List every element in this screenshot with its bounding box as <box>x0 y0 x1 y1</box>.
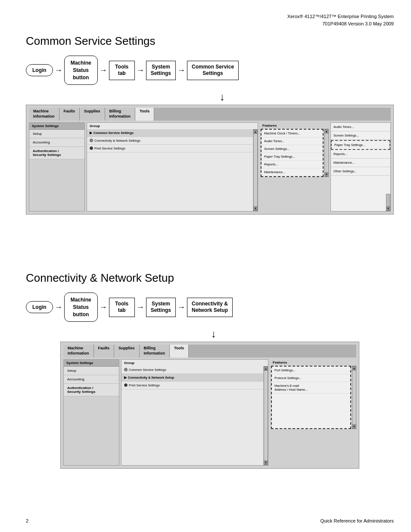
flow-arrow-2c: → <box>137 303 144 312</box>
feature-screen-1[interactable]: Screen Settings... <box>262 145 323 153</box>
section-connectivity: Connectivity & Network Setup Login → Mac… <box>26 271 394 469</box>
feat-scroll-down-1[interactable]: ▼ <box>324 172 329 177</box>
flow-login-1: Login <box>26 64 53 76</box>
feature-email-2[interactable]: Machine's E-mailAddress / Host Name... <box>272 382 350 394</box>
scroll-track-1 <box>254 134 257 206</box>
page-header: Xerox® 4112™/4127™ Enterprise Printing S… <box>287 13 394 27</box>
right-item-reports-1[interactable]: Reports... <box>331 150 390 159</box>
feature-reports-1[interactable]: Reports... <box>262 161 323 168</box>
screen-content-2: System Settings Setup Accounting Authent… <box>63 359 356 466</box>
tab-supplies-2[interactable]: Supplies <box>114 345 140 357</box>
circle-icon-1a <box>90 139 93 142</box>
right-item-other-1[interactable]: Other Settings... <box>331 167 390 176</box>
scroll-up-2[interactable]: ▲ <box>264 367 268 371</box>
scroll-down-1[interactable]: ▼ <box>253 206 258 211</box>
feature-maint-1[interactable]: Maintenance... <box>262 168 323 176</box>
tab-billing-2[interactable]: BillingInformation <box>140 345 170 357</box>
screen-mockup-2: MachineInformation Faults Supplies Billi… <box>60 342 359 468</box>
tab-machine-info-1[interactable]: MachineInformation <box>29 108 59 120</box>
flow-machine-status-2: Machine Status button <box>64 292 98 322</box>
tab-faults-1[interactable]: Faults <box>59 108 80 120</box>
group-header-2: Group <box>121 360 268 366</box>
flow-tools-tab-2: Toolstab <box>109 298 135 317</box>
group-item-conn-1[interactable]: Connectivity & Network Settings <box>87 137 253 145</box>
flow-diagram-2: Login → Machine Status button → Toolstab… <box>26 292 394 322</box>
tab-machine-info-2[interactable]: MachineInformation <box>63 345 94 357</box>
left-panel-2: System Settings Setup Accounting Authent… <box>63 359 119 466</box>
right-scroll-down-1[interactable]: ▼ <box>386 206 390 211</box>
right-item-audio-1[interactable]: Audio Tones... <box>331 123 390 131</box>
screen-tabs-2: MachineInformation Faults Supplies Billi… <box>63 345 356 357</box>
left-menu-accounting-1[interactable]: Accounting <box>29 138 84 147</box>
flow-tools-tab-1: Toolstab <box>109 61 135 80</box>
group-item-css-2[interactable]: Common Service Settings <box>121 366 263 374</box>
group-list-2: Common Service Settings ▶ Connectivity &… <box>121 366 264 465</box>
left-menu-setup-1[interactable]: Setup <box>29 130 84 138</box>
section-common-service: Common Service Settings Login → Machine … <box>26 34 394 215</box>
scrollbar-right-1[interactable]: ▼ <box>386 194 390 211</box>
group-item-css-1[interactable]: ▶ Common Service Settings <box>87 129 253 137</box>
section1-title: Common Service Settings <box>26 34 394 48</box>
features-panel-1: Features Machine Clock / Timers... Audio… <box>260 122 329 212</box>
feature-clock-1[interactable]: Machine Clock / Timers... <box>262 130 323 137</box>
right-item-screen-1[interactable]: Screen Settings... <box>331 131 390 140</box>
features-panel-2: Features Port Settings... Protocol Setti… <box>270 359 356 466</box>
group-item-print-1[interactable]: Print Service Settings <box>87 145 253 152</box>
scroll-down-2[interactable]: ▼ <box>264 460 268 465</box>
features-list-2: Port Settings... Protocol Settings... Ma… <box>271 366 351 429</box>
left-menu-auth-2[interactable]: Authentication /Security Settings <box>64 384 119 396</box>
group-list-1: ▶ Common Service Settings Connectivity &… <box>87 129 253 211</box>
page-footer: 2 Quick Reference for Administrators <box>26 518 394 523</box>
footer-label: Quick Reference for Administrators <box>320 518 394 523</box>
feat-scroll-track-2 <box>352 370 356 424</box>
screen-content-1: System Settings Setup Accounting Authent… <box>29 122 391 212</box>
flow-login-2: Login <box>26 301 53 313</box>
tab-supplies-1[interactable]: Supplies <box>80 108 105 120</box>
flow-arrow-1c: → <box>137 66 144 75</box>
feature-audio-1[interactable]: Audio Tones... <box>262 137 323 145</box>
circle-icon-1b <box>90 146 93 150</box>
down-arrow-1: ↓ <box>220 92 394 102</box>
scroll-up-1[interactable]: ▲ <box>253 130 258 134</box>
group-item-conn-2[interactable]: ▶ Connectivity & Network Setup <box>121 374 263 382</box>
tab-tools-2[interactable]: Tools <box>170 345 189 357</box>
feature-protocol-2[interactable]: Protocol Settings... <box>272 374 350 382</box>
left-menu-auth-1[interactable]: Authentication /Security Settings <box>29 147 84 159</box>
right-item-paper-1[interactable]: Paper Tray Settings... <box>331 140 390 150</box>
scrollbar-group-1[interactable]: ▲ ▼ <box>253 129 258 211</box>
circle-icon-2b <box>124 383 128 387</box>
right-panel-1: Audio Tones... Screen Settings... Paper … <box>330 122 391 212</box>
selected-arrow-1: ▶ <box>90 131 92 135</box>
left-menu-setup-2[interactable]: Setup <box>64 367 119 375</box>
right-item-maint-1[interactable]: Maintenance... <box>331 159 390 167</box>
feat-scroll-up-2[interactable]: ▲ <box>352 366 356 370</box>
system-settings-header-1: System Settings <box>29 123 84 130</box>
flow-arrow-2b: → <box>100 303 107 312</box>
flow-arrow-2d: → <box>177 303 185 312</box>
feature-paper-1[interactable]: Paper Tray Settings... <box>262 153 323 161</box>
feature-port-2[interactable]: Port Settings... <box>272 367 350 374</box>
scrollbar-features-2[interactable]: ▲ ▼ <box>352 366 356 429</box>
flow-arrow-1d: → <box>177 66 185 75</box>
tab-faults-2[interactable]: Faults <box>94 345 115 357</box>
scroll-track-2 <box>264 371 268 460</box>
scrollbar-features-1[interactable]: ▲ ▼ <box>324 129 329 177</box>
page-number: 2 <box>26 518 28 523</box>
scrollbar-group-2[interactable]: ▲ ▼ <box>264 366 268 465</box>
circle-icon-2a <box>124 368 128 371</box>
flow-arrow-2a: → <box>55 303 62 312</box>
flow-system-settings-2: SystemSettings <box>146 298 176 317</box>
feat-scroll-down-2[interactable]: ▼ <box>352 424 356 429</box>
tab-tools-1[interactable]: Tools <box>135 108 154 120</box>
left-panel-1: System Settings Setup Accounting Authent… <box>29 122 85 212</box>
feat-scroll-up-1[interactable]: ▲ <box>324 129 329 134</box>
flow-arrow-1b: → <box>100 66 107 75</box>
section2-title: Connectivity & Network Setup <box>26 271 394 285</box>
features-header-2: Features <box>270 359 356 366</box>
group-item-print-2[interactable]: Print Service Settings <box>121 382 263 389</box>
flow-destination-2: Connectivity &Network Setup <box>187 298 233 317</box>
flow-destination-1: Common ServiceSettings <box>187 61 239 80</box>
tab-billing-1[interactable]: BillingInformation <box>105 108 136 120</box>
flow-arrow-1a: → <box>55 66 62 75</box>
left-menu-accounting-2[interactable]: Accounting <box>64 375 119 384</box>
